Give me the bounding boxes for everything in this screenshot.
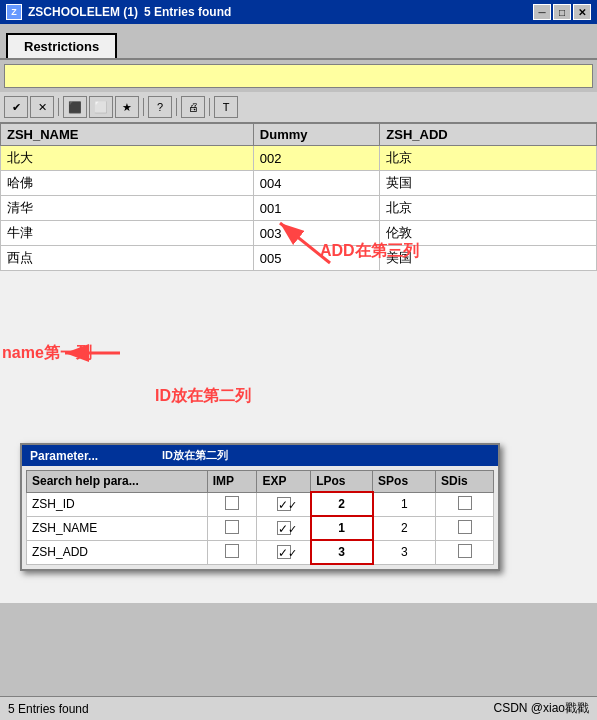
dialog-cell-sdis[interactable] bbox=[436, 540, 494, 564]
cell-name: 清华 bbox=[1, 196, 254, 221]
cell-dummy: 002 bbox=[253, 146, 379, 171]
close-button[interactable]: ✕ bbox=[573, 4, 591, 20]
minimize-button[interactable]: ─ bbox=[533, 4, 551, 20]
table-row[interactable]: 清华001北京 bbox=[1, 196, 597, 221]
toolbar-separator bbox=[58, 98, 59, 116]
col-imp: IMP bbox=[207, 471, 257, 493]
dialog-title-bar: Parameter... ID放在第二列 bbox=[22, 445, 498, 466]
cell-add: 北京 bbox=[380, 196, 597, 221]
cell-dummy: 005 bbox=[253, 246, 379, 271]
main-area: ZSH_NAME Dummy ZSH_ADD 北大002北京哈佛004英国清华0… bbox=[0, 123, 597, 603]
col-header-dummy: Dummy bbox=[253, 124, 379, 146]
dialog-cell-spos: 2 bbox=[373, 516, 436, 540]
toolbar: ✔ ✕ ⬛ ⬜ ★ ? 🖨 T bbox=[0, 92, 597, 123]
cell-name: 哈佛 bbox=[1, 171, 254, 196]
table-row[interactable]: 西点005美国 bbox=[1, 246, 597, 271]
app-icon: Z bbox=[6, 4, 22, 20]
window-title: ZSCHOOLELEM (1) bbox=[28, 5, 138, 19]
table-row[interactable]: 哈佛004英国 bbox=[1, 171, 597, 196]
search-bar[interactable] bbox=[4, 64, 593, 88]
dialog-cell-param: ZSH_NAME bbox=[27, 516, 208, 540]
tab-restrictions[interactable]: Restrictions bbox=[6, 33, 117, 58]
table-row[interactable]: 牛津003伦敦 bbox=[1, 221, 597, 246]
dialog-cell-sdis[interactable] bbox=[436, 516, 494, 540]
tab-bar: Restrictions bbox=[0, 24, 597, 60]
cell-name: 北大 bbox=[1, 146, 254, 171]
cell-name: 西点 bbox=[1, 246, 254, 271]
dialog-cell-lpos[interactable]: 2 bbox=[311, 492, 373, 516]
col-header-name: ZSH_NAME bbox=[1, 124, 254, 146]
toolbar-separator2 bbox=[143, 98, 144, 116]
help-button[interactable]: ? bbox=[148, 96, 172, 118]
cell-add: 伦敦 bbox=[380, 221, 597, 246]
dialog-cell-imp[interactable] bbox=[207, 492, 257, 516]
cell-add: 英国 bbox=[380, 171, 597, 196]
entries-found-title: 5 Entries found bbox=[144, 5, 231, 19]
status-entries: 5 Entries found bbox=[8, 702, 89, 716]
paste-button[interactable]: ⬜ bbox=[89, 96, 113, 118]
confirm-button[interactable]: ✔ bbox=[4, 96, 28, 118]
col-exp: EXP bbox=[257, 471, 311, 493]
dialog-cell-sdis[interactable] bbox=[436, 492, 494, 516]
arrow-name bbox=[60, 338, 140, 378]
dialog-cell-exp[interactable]: ✓ bbox=[257, 516, 311, 540]
parameter-dialog: Parameter... ID放在第二列 Search help para...… bbox=[20, 443, 500, 571]
dialog-cell-spos: 3 bbox=[373, 540, 436, 564]
title-bar-left: Z ZSCHOOLELEM (1) 5 Entries found bbox=[6, 4, 231, 20]
maximize-button[interactable]: □ bbox=[553, 4, 571, 20]
dialog-cell-spos: 1 bbox=[373, 492, 436, 516]
col-sdis: SDis bbox=[436, 471, 494, 493]
col-lpos: LPos bbox=[311, 471, 373, 493]
col-header-add: ZSH_ADD bbox=[380, 124, 597, 146]
annotation-id: ID放在第二列 bbox=[155, 386, 251, 407]
dialog-cell-lpos[interactable]: 1 bbox=[311, 516, 373, 540]
dialog-body: Search help para... IMP EXP LPos SPos SD… bbox=[22, 466, 498, 569]
cell-add: 北京 bbox=[380, 146, 597, 171]
filter-button[interactable]: T bbox=[214, 96, 238, 118]
cancel-button[interactable]: ✕ bbox=[30, 96, 54, 118]
favorite-button[interactable]: ★ bbox=[115, 96, 139, 118]
dialog-cell-lpos[interactable]: 3 bbox=[311, 540, 373, 564]
toolbar-separator3 bbox=[176, 98, 177, 116]
annotation-name: name第一列 bbox=[2, 343, 92, 364]
table-row[interactable]: 北大002北京 bbox=[1, 146, 597, 171]
title-bar: Z ZSCHOOLELEM (1) 5 Entries found ─ □ ✕ bbox=[0, 0, 597, 24]
data-table: ZSH_NAME Dummy ZSH_ADD 北大002北京哈佛004英国清华0… bbox=[0, 123, 597, 271]
dialog-subtitle: ID放在第二列 bbox=[162, 448, 228, 463]
cell-name: 牛津 bbox=[1, 221, 254, 246]
dialog-title-text: Parameter... bbox=[30, 449, 98, 463]
dialog-cell-exp[interactable]: ✓ bbox=[257, 492, 311, 516]
dialog-row[interactable]: ZSH_ID✓21 bbox=[27, 492, 494, 516]
col-search-param: Search help para... bbox=[27, 471, 208, 493]
print-button[interactable]: 🖨 bbox=[181, 96, 205, 118]
dialog-row[interactable]: ZSH_NAME✓12 bbox=[27, 516, 494, 540]
status-bar: 5 Entries found CSDN @xiao戳戳 bbox=[0, 696, 597, 720]
dialog-cell-exp[interactable]: ✓ bbox=[257, 540, 311, 564]
dialog-table: Search help para... IMP EXP LPos SPos SD… bbox=[26, 470, 494, 565]
dialog-cell-param: ZSH_ADD bbox=[27, 540, 208, 564]
status-branding: CSDN @xiao戳戳 bbox=[493, 700, 589, 717]
dialog-cell-param: ZSH_ID bbox=[27, 492, 208, 516]
cell-add: 美国 bbox=[380, 246, 597, 271]
dialog-cell-imp[interactable] bbox=[207, 540, 257, 564]
cell-dummy: 003 bbox=[253, 221, 379, 246]
toolbar-separator4 bbox=[209, 98, 210, 116]
cell-dummy: 001 bbox=[253, 196, 379, 221]
dialog-row[interactable]: ZSH_ADD✓33 bbox=[27, 540, 494, 564]
dialog-cell-imp[interactable] bbox=[207, 516, 257, 540]
cell-dummy: 004 bbox=[253, 171, 379, 196]
window-controls[interactable]: ─ □ ✕ bbox=[533, 4, 591, 20]
col-spos: SPos bbox=[373, 471, 436, 493]
copy-button[interactable]: ⬛ bbox=[63, 96, 87, 118]
